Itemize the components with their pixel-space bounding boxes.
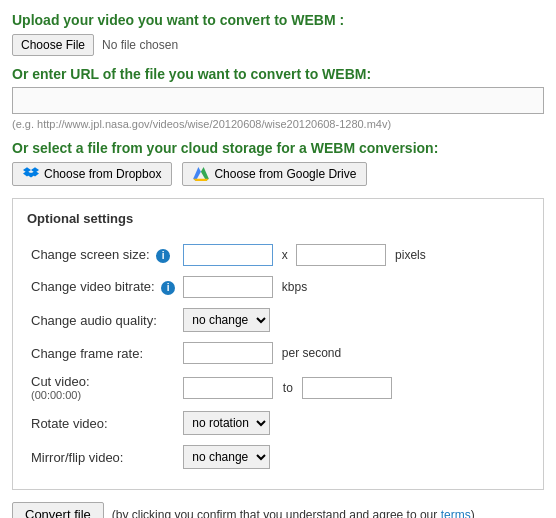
rotate-video-select[interactable]: no rotation 90° 180° 270° bbox=[183, 411, 270, 435]
cut-video-label-cell: Cut video: (00:00:00) bbox=[27, 372, 179, 403]
mirror-video-select[interactable]: no change horizontal vertical bbox=[183, 445, 270, 469]
convert-row: Convert file (by clicking you confirm th… bbox=[12, 502, 544, 518]
cut-video-inputs: to bbox=[179, 372, 529, 403]
screen-size-row: Change screen size: i x pixels bbox=[27, 242, 529, 268]
video-bitrate-row: Change video bitrate: i kbps bbox=[27, 274, 529, 300]
video-bitrate-input[interactable] bbox=[183, 276, 273, 298]
convert-note: (by clicking you confirm that you unders… bbox=[112, 508, 475, 519]
mirror-video-label: Mirror/flip video: bbox=[27, 443, 179, 471]
audio-quality-select[interactable]: no change low medium high bbox=[183, 308, 270, 332]
cut-video-to-label: to bbox=[283, 381, 293, 395]
per-second-label: per second bbox=[282, 346, 341, 360]
choose-file-row: Choose File No file chosen bbox=[12, 34, 544, 56]
cloud-heading: Or select a file from your cloud storage… bbox=[12, 140, 544, 156]
screen-size-label: Change screen size: i bbox=[27, 242, 179, 268]
frame-rate-label: Change frame rate: bbox=[27, 340, 179, 366]
screen-size-info-icon[interactable]: i bbox=[156, 249, 170, 263]
cloud-buttons-row: Choose from Dropbox Choose from Google D… bbox=[12, 162, 544, 186]
screen-height-input[interactable] bbox=[296, 244, 386, 266]
screen-size-inputs: x pixels bbox=[179, 242, 529, 268]
optional-settings-title: Optional settings bbox=[27, 211, 529, 226]
upload-heading: Upload your video you want to convert to… bbox=[12, 12, 544, 28]
url-example: (e.g. http://www.jpl.nasa.gov/videos/wis… bbox=[12, 118, 544, 130]
no-file-label: No file chosen bbox=[102, 38, 178, 52]
video-bitrate-label: Change video bitrate: i bbox=[27, 274, 179, 300]
rotate-video-inputs: no rotation 90° 180° 270° bbox=[179, 409, 529, 437]
gdrive-icon bbox=[193, 167, 209, 181]
choose-file-button[interactable]: Choose File bbox=[12, 34, 94, 56]
audio-quality-label: Change audio quality: bbox=[27, 306, 179, 334]
video-bitrate-inputs: kbps bbox=[179, 274, 529, 300]
cut-video-hint: (00:00:00) bbox=[31, 389, 175, 401]
frame-rate-row: Change frame rate: per second bbox=[27, 340, 529, 366]
cut-video-row: Cut video: (00:00:00) to bbox=[27, 372, 529, 403]
convert-file-button[interactable]: Convert file bbox=[12, 502, 104, 518]
dropbox-btn-label: Choose from Dropbox bbox=[44, 167, 161, 181]
optional-settings-box: Optional settings Change screen size: i … bbox=[12, 198, 544, 490]
dropbox-icon bbox=[23, 167, 39, 181]
cut-video-end-input[interactable] bbox=[302, 377, 392, 399]
svg-marker-8 bbox=[194, 179, 210, 181]
mirror-video-row: Mirror/flip video: no change horizontal … bbox=[27, 443, 529, 471]
x-separator: x bbox=[282, 248, 288, 262]
settings-table: Change screen size: i x pixels Change vi… bbox=[27, 236, 529, 477]
url-input[interactable] bbox=[12, 87, 544, 114]
frame-rate-input[interactable] bbox=[183, 342, 273, 364]
rotate-video-row: Rotate video: no rotation 90° 180° 270° bbox=[27, 409, 529, 437]
cut-video-start-input[interactable] bbox=[183, 377, 273, 399]
frame-rate-inputs: per second bbox=[179, 340, 529, 366]
choose-from-gdrive-button[interactable]: Choose from Google Drive bbox=[182, 162, 367, 186]
screen-width-input[interactable] bbox=[183, 244, 273, 266]
video-bitrate-info-icon[interactable]: i bbox=[161, 281, 175, 295]
audio-quality-inputs: no change low medium high bbox=[179, 306, 529, 334]
audio-quality-row: Change audio quality: no change low medi… bbox=[27, 306, 529, 334]
url-heading: Or enter URL of the file you want to con… bbox=[12, 66, 544, 82]
choose-from-dropbox-button[interactable]: Choose from Dropbox bbox=[12, 162, 172, 186]
rotate-video-label: Rotate video: bbox=[27, 409, 179, 437]
pixels-label: pixels bbox=[395, 248, 426, 262]
kbps-label: kbps bbox=[282, 280, 307, 294]
terms-link[interactable]: terms bbox=[441, 508, 471, 519]
mirror-video-inputs: no change horizontal vertical bbox=[179, 443, 529, 471]
gdrive-btn-label: Choose from Google Drive bbox=[214, 167, 356, 181]
